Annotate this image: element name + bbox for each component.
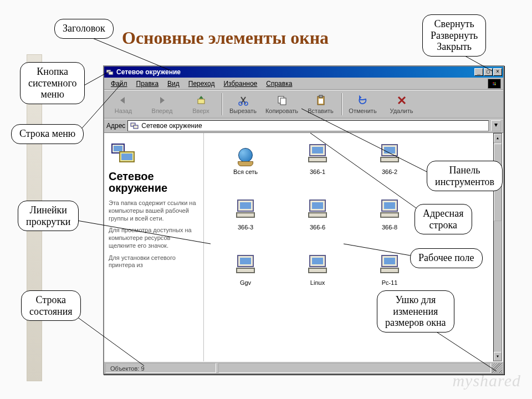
callout-title: Заголовок xyxy=(54,19,114,39)
undo-icon xyxy=(357,94,369,106)
callout-statusbar: Строка состояния xyxy=(21,290,81,321)
file-item[interactable]: 366-6 xyxy=(282,196,354,249)
file-item[interactable]: 366-3 xyxy=(209,196,282,249)
network-big-icon xyxy=(110,141,136,167)
file-item[interactable]: Ggv xyxy=(209,252,282,305)
svg-rect-15 xyxy=(494,84,495,85)
svg-rect-20 xyxy=(280,98,286,105)
svg-rect-16 xyxy=(198,99,204,104)
file-item-label: Вся сеть xyxy=(233,168,258,175)
cut-icon xyxy=(237,94,249,106)
toolbar-paste-button[interactable]: Вставить xyxy=(301,90,340,118)
callout-addressbar: Адресная строка xyxy=(415,204,472,234)
menu-view[interactable]: Вид xyxy=(163,79,184,89)
watermark: myshared xyxy=(452,372,521,389)
info-p3: Для установки сетевого принтера из xyxy=(109,254,198,270)
file-item-label: 366-3 xyxy=(238,224,253,231)
toolbar-label: Вперед xyxy=(152,108,173,114)
menu-go[interactable]: Переход xyxy=(184,79,219,89)
file-item-label: Pc-11 xyxy=(382,279,398,286)
resize-grip[interactable] xyxy=(492,363,502,373)
back-icon xyxy=(117,94,130,106)
callout-menubar: Строка меню xyxy=(11,124,84,144)
scroll-down-button[interactable]: ▾ xyxy=(494,352,502,361)
toolbar-label: Вставить xyxy=(308,108,334,114)
callout-toolbar: Панель инструментов xyxy=(427,161,503,191)
pc-icon xyxy=(306,200,329,222)
svg-rect-25 xyxy=(134,125,138,129)
svg-rect-29 xyxy=(121,154,132,160)
address-field[interactable]: Сетевое окружение xyxy=(127,120,489,131)
pc-icon xyxy=(378,144,401,166)
toolbar-label: Удалить xyxy=(390,108,413,114)
pc-icon xyxy=(306,255,329,277)
file-item-label: 366-8 xyxy=(382,224,397,231)
system-menu-icon[interactable] xyxy=(105,68,114,76)
file-item[interactable]: 366-2 xyxy=(354,141,426,194)
svg-rect-23 xyxy=(319,99,323,104)
callout-scrollbars: Линейки прокрутки xyxy=(18,201,79,231)
maximize-button[interactable]: ▢ xyxy=(484,68,493,76)
toolbar-label: Копировать xyxy=(265,108,298,114)
toolbar-label: Отменить xyxy=(349,108,376,114)
svg-rect-11 xyxy=(109,71,113,75)
toolbar-label: Назад xyxy=(115,108,132,114)
file-item[interactable]: 366-1 xyxy=(282,141,354,194)
close-button[interactable]: × xyxy=(493,68,502,76)
slide-title: Основные элементы окна xyxy=(122,29,329,47)
toolbar-label: Вырезать xyxy=(229,108,257,114)
toolbar-delete-button[interactable]: Удалить xyxy=(382,90,421,118)
scroll-up-button[interactable]: ▴ xyxy=(494,134,502,142)
toolbar-sep xyxy=(222,93,223,115)
status-spacer xyxy=(218,363,491,373)
svg-rect-12 xyxy=(493,82,494,83)
toolbar-copy-button[interactable]: Копировать xyxy=(263,90,301,118)
toolbar-cut-button[interactable]: Вырезать xyxy=(224,90,263,118)
toolbar-undo-button[interactable]: Отменить xyxy=(344,90,382,118)
pc-icon xyxy=(378,255,401,277)
toolbar-back-button: Назад xyxy=(104,90,143,118)
file-item-label: 366-1 xyxy=(310,168,325,175)
status-bar: Объектов: 9 xyxy=(104,361,503,374)
delete-icon xyxy=(396,94,408,106)
window-title: Сетевое окружение xyxy=(116,68,474,76)
menu-bar: Файл Правка Вид Переход Избранное Справк… xyxy=(104,78,503,90)
menu-fav[interactable]: Избранное xyxy=(219,79,262,89)
info-heading: Сетевое окружение xyxy=(109,171,198,194)
svg-rect-14 xyxy=(493,84,494,85)
toolbar-label: Вверх xyxy=(192,108,209,114)
minimize-button[interactable]: _ xyxy=(474,68,483,76)
file-item-label: Linux xyxy=(310,279,325,286)
address-dropdown-button[interactable]: ▾ xyxy=(491,120,501,131)
menu-edit[interactable]: Правка xyxy=(132,79,163,89)
toolbar-up-button: Вверх xyxy=(182,90,221,118)
pc-icon xyxy=(306,144,329,166)
info-p1: Эта папка содержит ссылки на компьютеры … xyxy=(109,200,198,222)
file-item-label: 366-6 xyxy=(310,224,325,231)
toolbar: НазадВпередВверхВырезатьКопироватьВстави… xyxy=(104,90,503,119)
file-item-label: Ggv xyxy=(240,279,251,286)
title-bar[interactable]: Сетевое окружение _ ▢ × xyxy=(104,66,503,78)
address-value: Сетевое окружение xyxy=(141,122,202,130)
svg-rect-27 xyxy=(114,146,122,151)
up-icon xyxy=(195,94,207,106)
info-p2: Для просмотра доступных на компьютере ре… xyxy=(109,227,198,249)
file-item[interactable]: Вся сеть xyxy=(209,141,282,194)
paste-icon xyxy=(315,94,327,106)
ie-logo-icon xyxy=(488,79,501,89)
address-bar: Адрес Сетевое окружение ▾ xyxy=(104,119,503,133)
callout-sysmenu: Кнопка системного меню xyxy=(20,62,85,104)
menu-file[interactable]: Файл xyxy=(106,79,132,89)
toolbar-sep xyxy=(341,93,342,115)
file-item[interactable]: Linux xyxy=(282,252,354,305)
file-item-label: 366-2 xyxy=(382,168,397,175)
copy-icon xyxy=(276,94,288,106)
callout-workarea: Рабочее поле xyxy=(410,248,483,268)
forward-icon xyxy=(156,94,168,106)
network-places-icon xyxy=(130,121,139,130)
address-label: Адрес xyxy=(106,122,125,130)
menu-help[interactable]: Справка xyxy=(262,79,296,89)
globe-icon xyxy=(234,144,257,166)
svg-rect-22 xyxy=(319,95,323,98)
pc-icon xyxy=(234,255,257,277)
